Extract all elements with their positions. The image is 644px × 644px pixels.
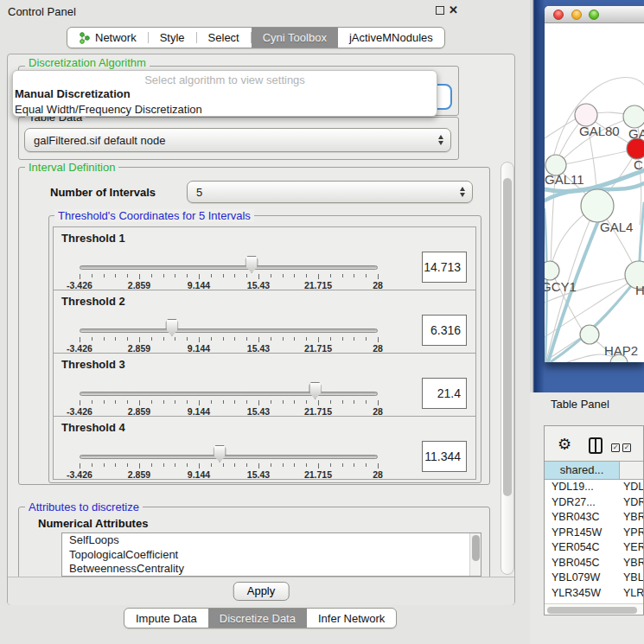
slider-handle[interactable] (245, 256, 258, 273)
network-node-gal4[interactable] (581, 189, 614, 222)
tick-mark (127, 463, 128, 467)
menu-item-equal-width-frequency[interactable]: Equal Width/Frequency Discretization (13, 102, 437, 117)
tab-jactivemnodules[interactable]: jActiveMNodules (338, 28, 444, 48)
gear-icon[interactable]: ⚙ (558, 435, 571, 454)
apply-button[interactable]: Apply (233, 582, 290, 601)
list-scrollbar[interactable] (469, 533, 481, 576)
table-panel-titlebar: Table Panel (530, 392, 644, 415)
network-node-hap2[interactable] (580, 325, 599, 344)
column-header-shared-name[interactable]: shared... (545, 462, 620, 479)
tick-mark (258, 337, 259, 342)
tick-mark (175, 337, 175, 341)
minimize-traffic-light-icon[interactable] (571, 10, 582, 20)
menu-item-manual-discretization[interactable]: Manual Discretization (13, 86, 437, 102)
network-node-gcy1[interactable] (545, 261, 559, 280)
column-header-name[interactable]: n (621, 462, 644, 479)
threshold-panel-threshold-4: Threshold 4-3.4262.8599.14415.4321.71528… (53, 416, 476, 480)
tick-mark (115, 274, 116, 277)
tick-mark (378, 463, 379, 469)
checkbox-icon[interactable]: ✓ (622, 443, 631, 452)
table-row[interactable]: YPR145WYPR1 (545, 526, 644, 541)
tick-mark (306, 274, 307, 277)
float-panel-icon[interactable] (436, 6, 444, 15)
network-node-ga[interactable] (623, 105, 644, 128)
numerical-attributes-list[interactable]: SelfLoopsTopologicalCoefficientBetweenne… (61, 532, 481, 577)
table-row[interactable]: YLR345WYLR3 (545, 586, 644, 602)
network-node-c[interactable] (627, 138, 644, 159)
panel-title: Control Panel (8, 5, 76, 18)
threshold-value-field[interactable]: 14.713 (422, 252, 467, 283)
scrollbar-thumb[interactable] (503, 178, 512, 496)
tab-select[interactable]: Select (197, 28, 251, 48)
slider-track[interactable] (80, 328, 378, 333)
threshold-panel-threshold-3: Threshold 3-3.4262.8599.14415.4321.71528… (53, 353, 476, 417)
tick-mark (246, 400, 247, 404)
number-of-intervals-combo[interactable]: 5 (187, 181, 473, 203)
cell-name: YPR1 (623, 526, 644, 541)
tab-impute-data[interactable]: Impute Data (124, 609, 208, 628)
slider-track[interactable] (80, 392, 378, 396)
table-row[interactable]: YER054CYER0 (545, 540, 644, 556)
tick-mark (139, 274, 140, 279)
network-edge[interactable] (556, 150, 635, 166)
tick-mark (234, 400, 235, 404)
cyni-toolbox-content: Discretization Algorithm Select algorith… (7, 54, 515, 605)
close-traffic-light-icon[interactable] (553, 10, 564, 20)
cell-name: YBR0 (623, 510, 644, 526)
tick-mark (223, 400, 224, 404)
attribute-list-item[interactable]: SelfLoops (62, 533, 481, 548)
slider-track[interactable] (80, 455, 378, 459)
table-row[interactable]: YBR043CYBR0 (545, 510, 644, 526)
slider-handle[interactable] (309, 382, 322, 399)
node-label-gal80: GAL80 (579, 124, 620, 138)
tab-infer-network[interactable]: Infer Network (307, 609, 396, 628)
tick-mark (283, 463, 284, 467)
tick-mark (151, 274, 152, 277)
tick-mark (294, 400, 295, 404)
tick-mark (80, 400, 80, 405)
tab-label: Infer Network (318, 612, 385, 625)
attribute-list-item[interactable]: TopologicalCoefficient (62, 548, 481, 563)
threshold-value-field[interactable]: 6.316 (422, 315, 467, 346)
network-window-titlebar[interactable] (545, 6, 644, 23)
tab-style[interactable]: Style (149, 28, 196, 48)
tick-label: 21.715 (304, 469, 332, 480)
slider-handle[interactable] (214, 445, 226, 462)
table-row[interactable]: YBR045CYBR0 (545, 556, 644, 571)
tab-discretize-data[interactable]: Discretize Data (208, 609, 307, 628)
tab-cyni-toolbox[interactable]: Cyni Toolbox (252, 28, 338, 48)
checkbox-icon[interactable]: ✓ (611, 443, 620, 452)
zoom-traffic-light-icon[interactable] (589, 10, 599, 20)
scrollbar-thumb[interactable] (547, 607, 637, 614)
table-row[interactable]: YBL079WYBL0 (545, 571, 644, 586)
content-scrollbar[interactable] (501, 162, 514, 575)
tick-mark (151, 463, 152, 467)
slider-handle[interactable] (165, 319, 178, 336)
column-layout-icon[interactable] (589, 437, 603, 454)
tick-mark (354, 400, 354, 404)
table-row[interactable]: YDR27...YDR2 (545, 495, 644, 511)
attribute-list-item[interactable]: BetweennessCentrality (62, 562, 481, 577)
tick-mark (283, 400, 284, 404)
slider-track[interactable] (80, 265, 378, 270)
threshold-slider: -3.4262.8599.14415.4321.71528 (80, 354, 378, 416)
tab-label: Discretize Data (220, 612, 296, 625)
tick-mark (342, 274, 343, 277)
table-row[interactable]: YDL19...YDL1 (545, 480, 644, 495)
tick-mark (330, 337, 331, 341)
network-icon (79, 32, 91, 44)
network-canvas[interactable]: GAL80GACGAL11GAL4GCY1HHAP2 (545, 23, 644, 362)
tab-network[interactable]: Network (67, 28, 148, 48)
table-data-combo[interactable]: galFiltered.sif default node (24, 128, 451, 152)
node-label-h: H (635, 283, 644, 297)
threshold-value-field[interactable]: 11.344 (422, 441, 467, 472)
tick-mark (104, 274, 105, 277)
close-panel-icon[interactable]: ✕ (449, 3, 458, 16)
tick-mark (258, 400, 259, 405)
table-horizontal-scrollbar[interactable] (545, 603, 643, 615)
threshold-value-field[interactable]: 21.4 (422, 378, 467, 409)
tick-mark (163, 400, 164, 404)
tick-mark (151, 400, 152, 404)
tick-mark (223, 337, 224, 341)
tick-mark (92, 463, 92, 467)
